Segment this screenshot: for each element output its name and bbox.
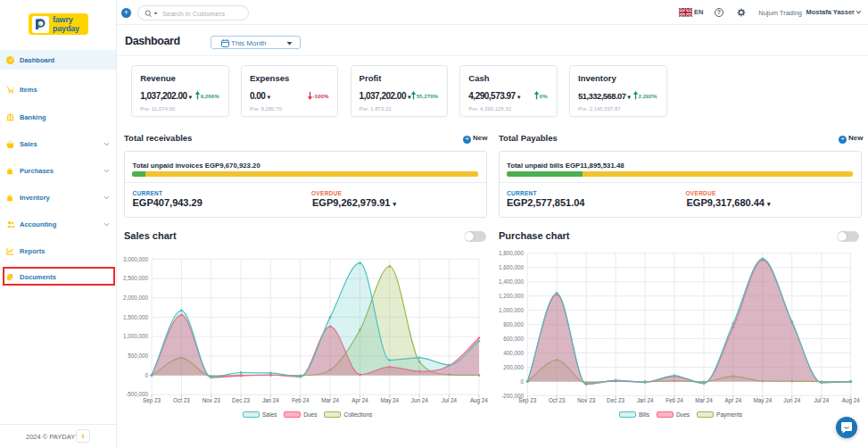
svg-text:3,000,000: 3,000,000 — [123, 256, 149, 262]
svg-text:Mar 24: Mar 24 — [695, 397, 713, 403]
svg-text:600,000: 600,000 — [503, 336, 524, 342]
svg-text:2,000,000: 2,000,000 — [123, 295, 149, 301]
svg-text:Jan 24: Jan 24 — [637, 397, 654, 403]
svg-text:1,000,000: 1,000,000 — [123, 333, 149, 339]
svg-text:Oct 23: Oct 23 — [173, 397, 190, 403]
svg-text:2,500,000: 2,500,000 — [123, 275, 149, 281]
svg-text:Feb 24: Feb 24 — [292, 397, 310, 403]
svg-text:Sep 23: Sep 23 — [143, 397, 161, 404]
svg-text:0: 0 — [520, 378, 524, 385]
svg-text:Sep 23: Sep 23 — [518, 397, 536, 404]
svg-text:Nov 23: Nov 23 — [203, 397, 220, 403]
svg-text:Jan 24: Jan 24 — [262, 397, 279, 403]
svg-text:800,000: 800,000 — [503, 321, 524, 328]
svg-text:500,000: 500,000 — [128, 353, 148, 359]
svg-text:Mar 24: Mar 24 — [321, 397, 339, 403]
svg-text:Apr 24: Apr 24 — [725, 397, 742, 404]
svg-text:Jul 24: Jul 24 — [442, 397, 457, 403]
svg-text:Nov 23: Nov 23 — [577, 397, 595, 403]
svg-text:May 24: May 24 — [754, 397, 773, 404]
svg-text:1,800,000: 1,800,000 — [499, 250, 525, 256]
svg-text:1,600,000: 1,600,000 — [499, 264, 525, 270]
svg-text:Jun 24: Jun 24 — [411, 397, 428, 403]
svg-text:Jul 24: Jul 24 — [814, 397, 829, 403]
svg-text:May 24: May 24 — [380, 397, 399, 404]
svg-text:Aug 24: Aug 24 — [842, 397, 860, 404]
svg-text:Aug 24: Aug 24 — [470, 397, 488, 404]
svg-text:200,000: 200,000 — [503, 364, 524, 370]
svg-text:Dec 23: Dec 23 — [232, 397, 250, 403]
svg-text:1,500,000: 1,500,000 — [123, 314, 149, 320]
svg-text:1,000,000: 1,000,000 — [499, 307, 525, 313]
svg-text:Feb 24: Feb 24 — [665, 397, 683, 403]
svg-text:Dec 23: Dec 23 — [607, 397, 624, 403]
svg-text:Oct 23: Oct 23 — [549, 397, 566, 403]
svg-text:Apr 24: Apr 24 — [351, 397, 368, 404]
svg-text:Jun 24: Jun 24 — [783, 397, 800, 403]
svg-text:1,400,000: 1,400,000 — [499, 278, 525, 285]
svg-text:0: 0 — [145, 372, 148, 378]
svg-text:400,000: 400,000 — [503, 350, 524, 356]
svg-text:1,200,000: 1,200,000 — [499, 293, 525, 299]
